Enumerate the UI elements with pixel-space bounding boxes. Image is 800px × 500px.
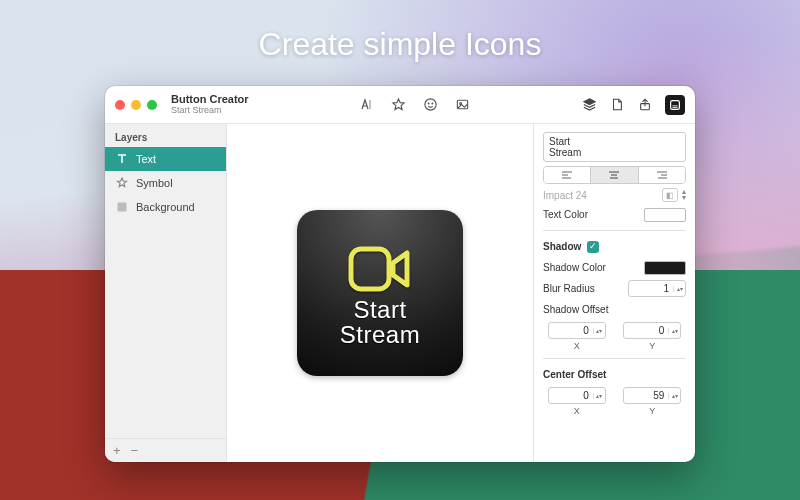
add-layer-button[interactable]: + [113, 443, 121, 458]
shadow-color-swatch[interactable] [644, 261, 686, 275]
marketing-headline: Create simple Icons [0, 26, 800, 63]
blur-radius-field[interactable]: 1 ▴▾ [628, 280, 686, 297]
layers-toolbar-icon[interactable] [581, 97, 597, 113]
shadow-title: Shadow [543, 241, 581, 252]
window-title-group: Button Creator Start Stream [171, 94, 249, 115]
preview-toolbar-icon[interactable] [665, 95, 685, 115]
x-axis-label: X [574, 341, 580, 351]
text-content-field[interactable]: Start Stream [543, 132, 686, 162]
layers-sidebar-title: Layers [105, 124, 226, 147]
canvas-area[interactable]: Start Stream [227, 124, 533, 462]
shadow-offset-y-field[interactable]: 0▴▾ [623, 322, 681, 339]
image-tool-icon[interactable] [455, 97, 471, 113]
separator [543, 358, 686, 359]
y-axis-label: Y [649, 406, 655, 416]
font-row: Impact 24 ◧ ▴▾ [543, 188, 686, 202]
text-color-swatch[interactable] [644, 208, 686, 222]
video-camera-icon [347, 243, 413, 295]
layer-item-label: Symbol [136, 177, 173, 189]
remove-layer-button[interactable]: − [131, 443, 139, 458]
layers-sidebar: Layers Text Symbol Background + [105, 124, 227, 462]
icon-preview-text: Start Stream [340, 297, 420, 347]
blur-radius-label: Blur Radius [543, 283, 595, 294]
app-window: Button Creator Start Stream [105, 86, 695, 462]
align-left-button[interactable] [544, 167, 591, 183]
minimize-window-button[interactable] [131, 100, 141, 110]
text-layer-icon [115, 152, 129, 166]
center-offset-x-field[interactable]: 0▴▾ [548, 387, 606, 404]
layer-item-label: Text [136, 153, 156, 165]
shadow-color-label: Shadow Color [543, 262, 606, 273]
x-axis-label: X [574, 406, 580, 416]
font-field[interactable]: Impact 24 [543, 190, 658, 201]
toolbar-right [581, 95, 685, 115]
layer-item-background[interactable]: Background [105, 195, 226, 219]
svg-rect-8 [351, 249, 389, 289]
share-icon[interactable] [637, 97, 653, 113]
window-title: Button Creator [171, 94, 249, 106]
new-document-icon[interactable] [609, 97, 625, 113]
layer-item-symbol[interactable]: Symbol [105, 171, 226, 195]
window-controls [115, 100, 157, 110]
separator [543, 230, 686, 231]
svg-point-0 [425, 99, 436, 110]
center-offset-title: Center Offset [543, 369, 606, 380]
emoji-tool-icon[interactable] [423, 97, 439, 113]
sidebar-footer: + − [105, 438, 226, 462]
align-center-button[interactable] [591, 167, 638, 183]
close-window-button[interactable] [115, 100, 125, 110]
zoom-window-button[interactable] [147, 100, 157, 110]
titlebar: Button Creator Start Stream [105, 86, 695, 124]
toolbar-center [255, 97, 575, 113]
svg-rect-7 [118, 203, 127, 212]
symbol-layer-icon [115, 176, 129, 190]
blur-radius-stepper[interactable]: ▴▾ [673, 286, 685, 292]
layer-item-text[interactable]: Text [105, 147, 226, 171]
icon-preview: Start Stream [297, 210, 463, 376]
window-subtitle: Start Stream [171, 106, 249, 115]
shadow-offset-label: Shadow Offset [543, 304, 608, 315]
svg-point-2 [432, 103, 433, 104]
font-tool-icon[interactable] [359, 97, 375, 113]
font-stepper[interactable]: ▴▾ [682, 189, 686, 200]
shadow-offset-x-field[interactable]: 0▴▾ [548, 322, 606, 339]
background-layer-icon [115, 200, 129, 214]
text-color-label: Text Color [543, 209, 588, 220]
font-picker-button[interactable]: ◧ [662, 188, 678, 202]
y-axis-label: Y [649, 341, 655, 351]
text-align-segmented[interactable] [543, 166, 686, 184]
svg-point-1 [428, 103, 429, 104]
inspector-panel: Start Stream Impact 24 ◧ ▴▾ Text Color S… [533, 124, 695, 462]
layer-item-label: Background [136, 201, 195, 213]
align-right-button[interactable] [639, 167, 685, 183]
center-offset-y-field[interactable]: 59▴▾ [623, 387, 681, 404]
shadow-checkbox[interactable]: ✓ [587, 241, 599, 253]
star-tool-icon[interactable] [391, 97, 407, 113]
